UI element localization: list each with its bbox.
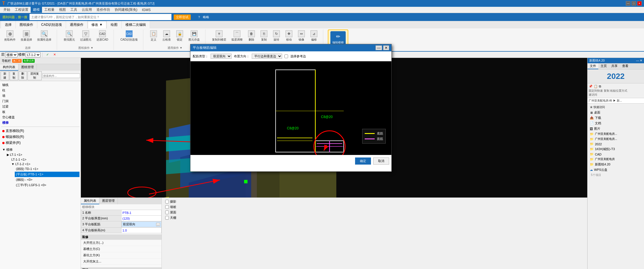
nav-wall[interactable]: 墙: [1, 93, 79, 98]
nav-axis[interactable]: 轴线: [1, 82, 79, 88]
prop-value-3[interactable]: 双层双向 ...: [121, 221, 161, 227]
tree-lt1-item[interactable]: ▶ LT-1 <1>: [6, 152, 79, 157]
cloud-check-button[interactable]: ☁ 云检查: [160, 30, 173, 43]
prop-value-2[interactable]: (120): [121, 216, 161, 221]
file-item-t3[interactable]: 📁 1#2#(城投)-T3: [589, 146, 643, 152]
maximize-button[interactable]: □: [632, 1, 636, 6]
menu-view[interactable]: 视图: [57, 7, 68, 13]
tree-lgfs1[interactable]: (三平/手) LGFS-1 <0>: [15, 182, 79, 188]
modal-close-button[interactable]: ✕: [383, 45, 389, 50]
component-search-input[interactable]: [42, 73, 80, 78]
menu-project-settings[interactable]: 工程设置: [12, 7, 31, 13]
menu-tools[interactable]: 工具: [68, 7, 79, 13]
nav-slab[interactable]: 板: [1, 109, 79, 115]
modal-canvas[interactable]: C8@20 C8@20: [190, 61, 391, 155]
menu-modeling[interactable]: 建模: [31, 7, 42, 13]
tree-td-none[interactable]: (梯段) - <0>: [15, 177, 79, 182]
rebar-type-select[interactable]: 双层双向: [211, 54, 232, 59]
delete-component-button[interactable]: 删除: [19, 71, 27, 80]
file-item-gz3[interactable]: 📁 广州亚美配电房: [589, 157, 643, 162]
prop-edit-3-button[interactable]: ...: [156, 223, 160, 226]
excavation-item-1[interactable]: 大开挖土方(...): [81, 240, 161, 246]
grab-element-button[interactable]: ⊕ 抢取构件: [2, 30, 18, 43]
ribbon-tab-edit[interactable]: 修改 ▼: [88, 21, 106, 28]
file-tab-home[interactable]: 主页: [598, 63, 609, 69]
move-button[interactable]: ✥ 移动: [283, 30, 295, 43]
save-element-button[interactable]: 💾 图元存盘: [186, 30, 202, 43]
modal-confirm-button[interactable]: 确定: [355, 157, 371, 165]
file-item-gz2[interactable]: 📁 广州亚美配电房...: [589, 136, 643, 142]
file-item-pictures[interactable]: 🖼 图片: [589, 126, 643, 131]
layer-photo-checkbox[interactable]: [165, 200, 169, 203]
pin-quickaccess-button[interactable]: 📌: [589, 85, 593, 88]
rotate-button[interactable]: ↻ 旋转: [271, 30, 282, 43]
copy-path-button[interactable]: 📋: [594, 85, 598, 88]
new-component-button[interactable]: 新建: [1, 71, 9, 80]
file-panel-close[interactable]: ✕: [640, 59, 642, 62]
prop-value-1[interactable]: PTB-1: [121, 210, 161, 216]
menu-collab[interactable]: 协同建模(限免): [112, 7, 140, 13]
prop-value-4[interactable]: 1.0: [121, 228, 161, 233]
mirror-button[interactable]: ⇔ 镜像: [296, 30, 307, 43]
pit-item[interactable]: 基坑土方(K): [81, 252, 161, 259]
cancel-toolbar-button[interactable]: ✕: [51, 52, 58, 57]
menu-cloud[interactable]: 云应用: [79, 7, 94, 13]
ribbon-tab-draw[interactable]: 绘图: [107, 21, 121, 28]
trench-item[interactable]: 基槽土方(C): [81, 246, 161, 252]
arc-adjust-button[interactable]: ⌒ 弧度调整: [229, 30, 245, 43]
layer-manage-tab[interactable]: 图层管理: [99, 198, 118, 204]
minimize-button[interactable]: —: [626, 1, 630, 6]
search-input[interactable]: [30, 14, 171, 20]
nav-straight-stair[interactable]: 直形梯段(R): [1, 128, 79, 134]
attr-select-button[interactable]: 🔍 按属性选择: [35, 30, 53, 43]
batch-select-button[interactable]: ⊞ 批量选择: [19, 30, 34, 43]
modal-cancel-button[interactable]: 取消: [373, 157, 389, 165]
menu-quantities[interactable]: 工程量: [42, 7, 57, 13]
file-tab-share[interactable]: 共享: [609, 63, 620, 69]
ribbon-tab-cad[interactable]: CAD识别选项: [37, 21, 66, 28]
ribbon-tab-ops[interactable]: 通用操作: [66, 21, 87, 28]
copy-to-floor-button[interactable]: ⇈ 复制到楼层: [210, 30, 228, 43]
menu-pricing[interactable]: 造价作坊: [94, 7, 112, 13]
ribbon-tab-stair-edit[interactable]: 楼梯二次编辑: [122, 21, 150, 28]
file-tab-view[interactable]: 查看: [620, 63, 631, 69]
close-button[interactable]: ✕: [637, 1, 642, 6]
file-item-2022[interactable]: 📁 2022: [589, 142, 643, 146]
nav-door[interactable]: 门洞: [1, 98, 79, 104]
file-tab-file[interactable]: 文件: [588, 63, 598, 69]
menu-igms[interactable]: IGMS: [140, 7, 153, 12]
file-item-gz1[interactable]: 📁 广州亚美配电房...: [589, 131, 643, 136]
menu-start[interactable]: 开始: [1, 7, 12, 13]
copy-button[interactable]: ⎘ 复制: [258, 30, 270, 43]
interlayer-copy-button[interactable]: 层间复制: [28, 71, 42, 80]
copy-component-button[interactable]: 复制: [10, 71, 18, 80]
nav-column[interactable]: 柱: [1, 88, 79, 93]
lock-button[interactable]: 🔒 锁定: [174, 30, 185, 43]
file-item-newdraw[interactable]: 📁 新图纸4.20: [589, 162, 643, 167]
file-item-wps[interactable]: ☁ WPS云盘: [589, 167, 643, 173]
tree-stair-root[interactable]: ▼ 楼梯: [1, 147, 79, 152]
component-select[interactable]: LT-1-2: [26, 52, 41, 57]
file-item-download[interactable]: 📥 下载: [589, 115, 643, 121]
delete-button[interactable]: 🗑 删除: [246, 30, 257, 43]
filter-element-button[interactable]: ▽ 过滤图元: [78, 30, 93, 43]
file-item-desktop[interactable]: 🖥 桌面: [589, 110, 643, 115]
ribbon-tab-select[interactable]: 选择: [1, 21, 15, 28]
nav-stair-beam[interactable]: 梯梁井(R): [1, 140, 79, 146]
layer-wall-pile-checkbox[interactable]: [165, 205, 169, 209]
nav-spiral-stair[interactable]: 螺旋梯段(R): [1, 134, 79, 140]
restore-cad-button[interactable]: CAD 还原CAD: [95, 30, 110, 43]
file-item-docs[interactable]: 📄 文档: [589, 121, 643, 126]
confirm-toolbar-button[interactable]: ✓: [44, 52, 51, 57]
tree-td1[interactable]: (踏段) TD-1 <1>: [15, 166, 79, 172]
title-bar-controls[interactable]: — □ ✕: [626, 1, 642, 6]
nav-stair[interactable]: 楼梯: [1, 120, 79, 125]
drawing-manage-tab[interactable]: 图纸管理: [18, 64, 37, 71]
tree-lt1-1-item[interactable]: LT-1-1 <1>: [10, 157, 79, 162]
define-button[interactable]: 📋 定义: [148, 30, 159, 43]
modal-minimize-button[interactable]: —: [376, 45, 382, 50]
paste-shortcut-button[interactable]: ⧉: [599, 85, 601, 88]
props-list-tab[interactable]: 属性列表: [81, 198, 99, 204]
search-try-button[interactable]: 立即尝试: [174, 14, 191, 20]
layout-dir-select[interactable]: 平行边和垂直边: [252, 54, 282, 59]
